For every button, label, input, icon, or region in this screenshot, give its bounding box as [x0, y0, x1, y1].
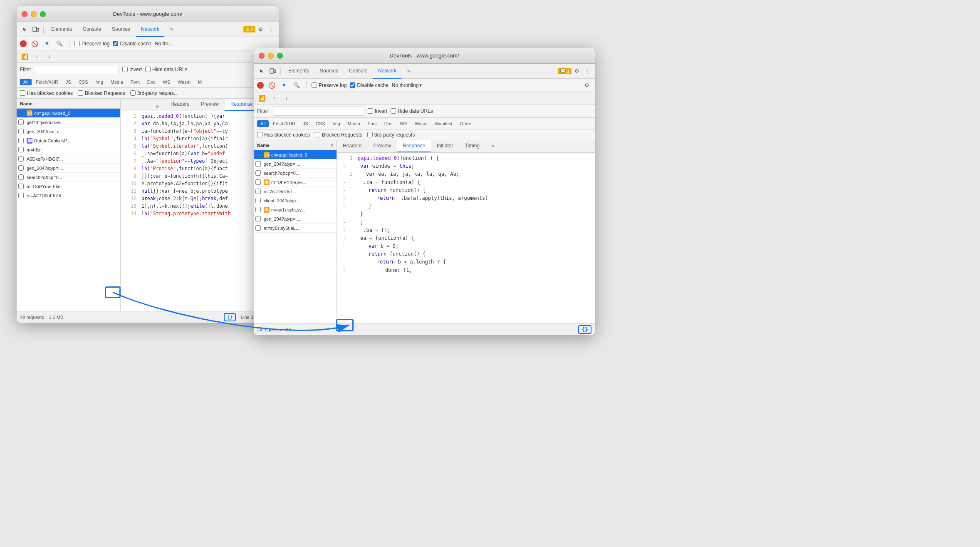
tab-more-front[interactable]: »	[402, 64, 415, 79]
request-item-1-back[interactable]: get?rt=j&sourcei...	[17, 118, 120, 127]
type-all-back[interactable]: All	[20, 79, 32, 85]
tab-console-front[interactable]: Console	[344, 64, 372, 79]
hide-data-urls-front[interactable]: Hide data URLs	[391, 108, 433, 114]
invert-back[interactable]: Invert	[122, 67, 142, 72]
type-fetch-front[interactable]: Fetch/XHR	[270, 120, 299, 127]
download-icon-front[interactable]: ↓	[282, 94, 291, 103]
tab-network-front[interactable]: Network	[373, 64, 401, 79]
type-wasm-back[interactable]: Wasm	[174, 79, 194, 85]
close-panel-icon[interactable]: ×	[331, 143, 333, 148]
pretty-print-btn-back[interactable]: {}	[224, 313, 235, 321]
pretty-print-btn-front[interactable]: {}	[578, 325, 591, 334]
preserve-log-back[interactable]: Preserve log	[74, 41, 109, 47]
search-button-back[interactable]: 🔍	[55, 39, 64, 48]
throttle-dropdown-front[interactable]: No throttling ▾	[392, 82, 422, 88]
type-other-front[interactable]: Other	[456, 120, 475, 127]
filter-toggle-back[interactable]: ▼	[42, 39, 52, 48]
type-media-back[interactable]: Media	[107, 79, 126, 85]
req-check-4-front[interactable]	[255, 189, 261, 194]
hide-urls-checkbox-back[interactable]	[145, 67, 151, 72]
preserve-log-front[interactable]: Preserve log	[312, 82, 346, 88]
tab-sources-front[interactable]: Sources	[315, 64, 343, 79]
detail-tab-initiator-front[interactable]: Initiator	[431, 140, 459, 152]
third-party-back[interactable]: 3rd-party reques...	[130, 90, 178, 96]
req-check-7-back[interactable]	[18, 174, 24, 180]
type-fetch-back[interactable]: Fetch/XHR	[32, 79, 62, 85]
hide-urls-checkbox-front[interactable]	[391, 108, 396, 114]
req-check-6-front[interactable]	[255, 207, 261, 212]
blocked-req-back[interactable]: Blocked Requests	[78, 90, 125, 96]
cursor-icon-front[interactable]	[257, 66, 267, 76]
req-check-1-back[interactable]	[18, 119, 24, 125]
type-all-front[interactable]: All	[257, 120, 269, 127]
request-item-5-front[interactable]: client_204?atyp...	[254, 196, 337, 205]
detail-tab-timing-front[interactable]: Timing	[459, 140, 485, 152]
has-blocked-back[interactable]: Has blocked cookies	[20, 90, 73, 96]
request-item-3-back[interactable]: 🖼 RotateCookiesP...	[17, 136, 120, 145]
type-doc-back[interactable]: Doc	[144, 79, 159, 85]
close-button-front[interactable]	[259, 53, 265, 59]
type-css-front[interactable]: CSS	[312, 120, 329, 127]
type-ws-back[interactable]: WS	[159, 79, 173, 85]
has-blocked-checkbox-back[interactable]	[20, 90, 25, 96]
req-check-8-back[interactable]	[18, 184, 24, 189]
filter-input-front[interactable]	[273, 107, 364, 116]
blocked-req-front[interactable]: Blocked Requests	[315, 132, 362, 138]
req-check-2-back[interactable]	[18, 129, 24, 134]
type-js-back[interactable]: JS	[62, 79, 74, 85]
has-blocked-front[interactable]: Has blocked cookies	[257, 132, 310, 138]
type-img-front[interactable]: Img	[329, 120, 344, 127]
disable-cache-checkbox-front[interactable]	[350, 82, 355, 88]
req-check-3-back[interactable]	[18, 138, 24, 143]
preserve-log-checkbox-front[interactable]	[312, 82, 317, 88]
req-check-5-front[interactable]	[255, 198, 261, 203]
req-check-5-back[interactable]	[18, 156, 24, 162]
type-ws-front[interactable]: WS	[396, 120, 411, 127]
clear-button-back[interactable]: 🚫	[30, 39, 39, 48]
request-item-8-back[interactable]: m=DhPYme,Eke...	[17, 182, 120, 191]
tab-elements-front[interactable]: Elements	[283, 64, 314, 79]
wifi-icon-back[interactable]: 📶	[20, 52, 29, 61]
preserve-log-checkbox-back[interactable]	[74, 41, 80, 46]
request-item-2-front[interactable]: search?q&cp=0...	[254, 169, 337, 178]
type-img-back[interactable]: Img	[92, 79, 106, 85]
detail-close-back[interactable]: ×	[153, 102, 161, 111]
detail-tab-headers-back[interactable]: Headers	[165, 99, 195, 111]
detail-tab-preview-front[interactable]: Preview	[367, 140, 397, 152]
filter-toggle-front[interactable]: ▼	[280, 81, 289, 90]
request-item-7-front[interactable]: gen_204?atyp=i...	[254, 214, 337, 224]
disable-cache-front[interactable]: Disable cache	[350, 82, 388, 88]
download-icon-back[interactable]: ↓	[45, 52, 54, 61]
type-font-back[interactable]: Font	[127, 79, 143, 85]
settings-icon-front[interactable]: ⚙	[572, 67, 582, 76]
type-js-front[interactable]: JS	[299, 120, 312, 127]
request-item-7-back[interactable]: search?q&cp=0...	[17, 173, 120, 182]
has-blocked-checkbox-front[interactable]	[257, 132, 262, 137]
req-check-6-back[interactable]	[18, 165, 24, 171]
disable-cache-checkbox-back[interactable]	[113, 41, 118, 46]
tab-more-back[interactable]: »	[165, 22, 178, 37]
detail-tab-response-front[interactable]: Response	[397, 140, 431, 152]
request-item-1-front[interactable]: gen_204?atyp=i...	[254, 159, 337, 169]
third-party-front[interactable]: 3rd-party requests	[367, 132, 415, 138]
clear-button-front[interactable]: 🚫	[267, 81, 276, 90]
device-toggle-icon-front[interactable]	[268, 66, 278, 76]
req-check-3-front[interactable]	[255, 179, 261, 185]
blocked-req-checkbox-front[interactable]	[315, 132, 320, 137]
tab-sources-back[interactable]: Sources	[107, 22, 135, 37]
device-toggle-icon[interactable]	[31, 25, 41, 35]
maximize-button-back[interactable]	[40, 11, 46, 17]
detail-tab-preview-back[interactable]: Preview	[195, 99, 225, 111]
type-m-back[interactable]: M	[195, 79, 205, 85]
invert-checkbox-front[interactable]	[368, 108, 373, 114]
type-css-back[interactable]: CSS	[75, 79, 92, 85]
upload-icon-front[interactable]: ↑	[270, 94, 279, 103]
request-item-3-front[interactable]: ▣ m=DhPYme,Ek...	[254, 178, 337, 187]
detail-tab-headers-front[interactable]: Headers	[337, 140, 367, 152]
request-item-6-back[interactable]: gen_204?atyp=i...	[17, 164, 120, 173]
more-icon-front[interactable]: ⋮	[582, 67, 591, 76]
request-item-8-front[interactable]: m=sy6s,sy6t,aL...	[254, 224, 337, 233]
type-font-front[interactable]: Font	[364, 120, 380, 127]
req-check-2-front[interactable]	[255, 170, 261, 176]
blocked-req-checkbox-back[interactable]	[78, 90, 83, 96]
